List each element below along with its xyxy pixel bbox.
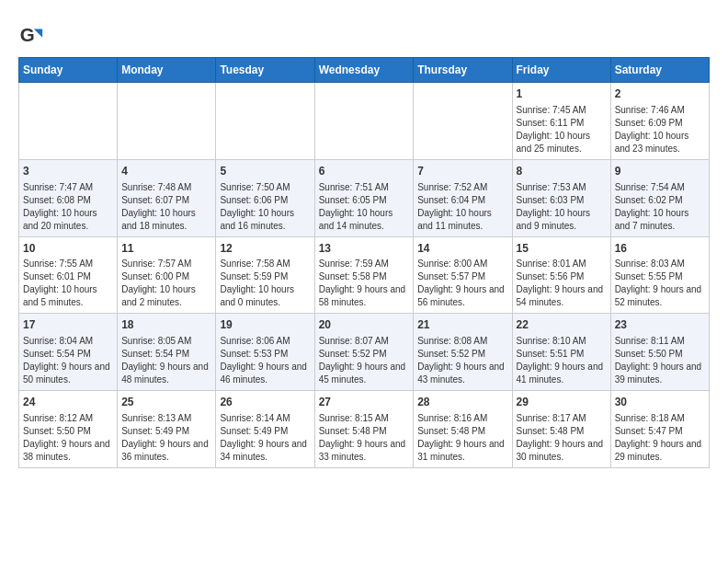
- logo: G: [18, 22, 48, 48]
- logo-icon: G: [18, 22, 44, 48]
- day-content: Sunrise: 8:13 AM Sunset: 5:49 PM Dayligh…: [121, 412, 211, 464]
- day-header-monday: Monday: [118, 58, 216, 83]
- calendar-cell: 16Sunrise: 8:03 AM Sunset: 5:55 PM Dayli…: [610, 236, 709, 314]
- day-content: Sunrise: 7:57 AM Sunset: 6:00 PM Dayligh…: [121, 258, 211, 309]
- day-number: 12: [220, 241, 310, 257]
- day-content: Sunrise: 8:14 AM Sunset: 5:49 PM Dayligh…: [220, 412, 310, 464]
- svg-marker-1: [34, 29, 42, 37]
- calendar-cell: 10Sunrise: 7:55 AM Sunset: 6:01 PM Dayli…: [19, 236, 118, 314]
- day-content: Sunrise: 7:47 AM Sunset: 6:08 PM Dayligh…: [23, 181, 113, 233]
- calendar-cell: 8Sunrise: 7:53 AM Sunset: 6:03 PM Daylig…: [512, 159, 610, 236]
- calendar-cell: 26Sunrise: 8:14 AM Sunset: 5:49 PM Dayli…: [216, 391, 314, 468]
- week-row-3: 10Sunrise: 7:55 AM Sunset: 6:01 PM Dayli…: [19, 236, 710, 314]
- day-header-friday: Friday: [512, 58, 610, 83]
- calendar-cell: 7Sunrise: 7:52 AM Sunset: 6:04 PM Daylig…: [414, 159, 512, 236]
- day-number: 14: [417, 241, 507, 257]
- day-content: Sunrise: 8:16 AM Sunset: 5:48 PM Dayligh…: [417, 412, 507, 464]
- day-content: Sunrise: 7:53 AM Sunset: 6:03 PM Dayligh…: [517, 181, 607, 233]
- day-number: 29: [517, 395, 607, 410]
- calendar-cell: 25Sunrise: 8:13 AM Sunset: 5:49 PM Dayli…: [118, 391, 216, 468]
- day-number: 2: [615, 86, 705, 102]
- calendar-cell: 23Sunrise: 8:11 AM Sunset: 5:50 PM Dayli…: [610, 314, 709, 391]
- day-content: Sunrise: 7:58 AM Sunset: 5:59 PM Dayligh…: [220, 258, 310, 309]
- day-header-tuesday: Tuesday: [216, 58, 314, 83]
- day-content: Sunrise: 7:59 AM Sunset: 5:58 PM Dayligh…: [319, 258, 410, 309]
- day-number: 18: [121, 317, 211, 333]
- day-number: 22: [517, 317, 607, 333]
- calendar-cell: 24Sunrise: 8:12 AM Sunset: 5:50 PM Dayli…: [19, 391, 118, 468]
- day-content: Sunrise: 7:55 AM Sunset: 6:01 PM Dayligh…: [23, 258, 113, 309]
- calendar-cell: [19, 83, 118, 160]
- day-content: Sunrise: 8:07 AM Sunset: 5:52 PM Dayligh…: [319, 335, 410, 386]
- day-number: 9: [615, 164, 705, 179]
- day-number: 17: [23, 317, 113, 333]
- svg-text:G: G: [20, 24, 35, 45]
- calendar-cell: 13Sunrise: 7:59 AM Sunset: 5:58 PM Dayli…: [314, 236, 414, 314]
- day-content: Sunrise: 8:04 AM Sunset: 5:54 PM Dayligh…: [23, 335, 113, 386]
- day-content: Sunrise: 8:01 AM Sunset: 5:56 PM Dayligh…: [517, 258, 607, 309]
- week-row-2: 3Sunrise: 7:47 AM Sunset: 6:08 PM Daylig…: [19, 159, 710, 236]
- day-number: 11: [121, 241, 211, 257]
- day-header-thursday: Thursday: [414, 58, 512, 83]
- calendar-cell: 12Sunrise: 7:58 AM Sunset: 5:59 PM Dayli…: [216, 236, 314, 314]
- calendar-cell: 15Sunrise: 8:01 AM Sunset: 5:56 PM Dayli…: [512, 236, 610, 314]
- calendar-cell: 30Sunrise: 8:18 AM Sunset: 5:47 PM Dayli…: [610, 391, 709, 468]
- day-content: Sunrise: 8:00 AM Sunset: 5:57 PM Dayligh…: [417, 258, 507, 309]
- day-content: Sunrise: 7:48 AM Sunset: 6:07 PM Dayligh…: [121, 181, 211, 233]
- day-content: Sunrise: 8:12 AM Sunset: 5:50 PM Dayligh…: [23, 412, 113, 464]
- calendar-cell: [216, 83, 314, 160]
- day-number: 16: [615, 241, 705, 257]
- day-content: Sunrise: 7:52 AM Sunset: 6:04 PM Dayligh…: [417, 181, 507, 233]
- calendar-cell: 17Sunrise: 8:04 AM Sunset: 5:54 PM Dayli…: [19, 314, 118, 391]
- week-row-1: 1Sunrise: 7:45 AM Sunset: 6:11 PM Daylig…: [19, 83, 710, 160]
- calendar-cell: 1Sunrise: 7:45 AM Sunset: 6:11 PM Daylig…: [512, 83, 610, 160]
- header-row: SundayMondayTuesdayWednesdayThursdayFrid…: [19, 58, 710, 83]
- day-number: 26: [220, 395, 310, 410]
- day-content: Sunrise: 8:03 AM Sunset: 5:55 PM Dayligh…: [615, 258, 705, 309]
- week-row-5: 24Sunrise: 8:12 AM Sunset: 5:50 PM Dayli…: [19, 391, 710, 468]
- calendar-cell: 9Sunrise: 7:54 AM Sunset: 6:02 PM Daylig…: [610, 159, 709, 236]
- calendar-cell: 6Sunrise: 7:51 AM Sunset: 6:05 PM Daylig…: [314, 159, 414, 236]
- day-number: 5: [220, 164, 310, 179]
- day-header-sunday: Sunday: [19, 58, 118, 83]
- day-content: Sunrise: 8:17 AM Sunset: 5:48 PM Dayligh…: [517, 412, 607, 464]
- calendar-cell: 21Sunrise: 8:08 AM Sunset: 5:52 PM Dayli…: [414, 314, 512, 391]
- calendar-cell: 20Sunrise: 8:07 AM Sunset: 5:52 PM Dayli…: [314, 314, 414, 391]
- calendar-cell: 14Sunrise: 8:00 AM Sunset: 5:57 PM Dayli…: [414, 236, 512, 314]
- day-number: 28: [417, 395, 507, 410]
- week-row-4: 17Sunrise: 8:04 AM Sunset: 5:54 PM Dayli…: [19, 314, 710, 391]
- calendar-cell: 28Sunrise: 8:16 AM Sunset: 5:48 PM Dayli…: [414, 391, 512, 468]
- day-number: 3: [23, 164, 113, 179]
- day-content: Sunrise: 8:05 AM Sunset: 5:54 PM Dayligh…: [121, 335, 211, 386]
- day-content: Sunrise: 7:45 AM Sunset: 6:11 PM Dayligh…: [517, 104, 607, 155]
- day-number: 15: [517, 241, 607, 257]
- day-number: 7: [417, 164, 507, 179]
- day-content: Sunrise: 7:51 AM Sunset: 6:05 PM Dayligh…: [319, 181, 410, 233]
- day-number: 24: [23, 395, 113, 410]
- day-number: 13: [319, 241, 410, 257]
- calendar-table: SundayMondayTuesdayWednesdayThursdayFrid…: [18, 57, 710, 468]
- day-content: Sunrise: 7:46 AM Sunset: 6:09 PM Dayligh…: [615, 104, 705, 155]
- day-content: Sunrise: 7:50 AM Sunset: 6:06 PM Dayligh…: [220, 181, 310, 233]
- calendar-cell: 18Sunrise: 8:05 AM Sunset: 5:54 PM Dayli…: [118, 314, 216, 391]
- day-number: 25: [121, 395, 211, 410]
- day-number: 1: [517, 86, 607, 102]
- day-number: 8: [517, 164, 607, 179]
- day-content: Sunrise: 8:08 AM Sunset: 5:52 PM Dayligh…: [417, 335, 507, 386]
- calendar-cell: 22Sunrise: 8:10 AM Sunset: 5:51 PM Dayli…: [512, 314, 610, 391]
- calendar-cell: 4Sunrise: 7:48 AM Sunset: 6:07 PM Daylig…: [118, 159, 216, 236]
- day-content: Sunrise: 8:06 AM Sunset: 5:53 PM Dayligh…: [220, 335, 310, 386]
- calendar-cell: 5Sunrise: 7:50 AM Sunset: 6:06 PM Daylig…: [216, 159, 314, 236]
- calendar-cell: [118, 83, 216, 160]
- header: G: [18, 18, 710, 48]
- day-number: 23: [615, 317, 705, 333]
- day-number: 27: [319, 395, 410, 410]
- day-number: 30: [615, 395, 705, 410]
- day-content: Sunrise: 7:54 AM Sunset: 6:02 PM Dayligh…: [615, 181, 705, 233]
- day-content: Sunrise: 8:15 AM Sunset: 5:48 PM Dayligh…: [319, 412, 410, 464]
- calendar-cell: 11Sunrise: 7:57 AM Sunset: 6:00 PM Dayli…: [118, 236, 216, 314]
- calendar-cell: 2Sunrise: 7:46 AM Sunset: 6:09 PM Daylig…: [610, 83, 709, 160]
- day-number: 21: [417, 317, 507, 333]
- day-header-saturday: Saturday: [610, 58, 709, 83]
- day-header-wednesday: Wednesday: [314, 58, 414, 83]
